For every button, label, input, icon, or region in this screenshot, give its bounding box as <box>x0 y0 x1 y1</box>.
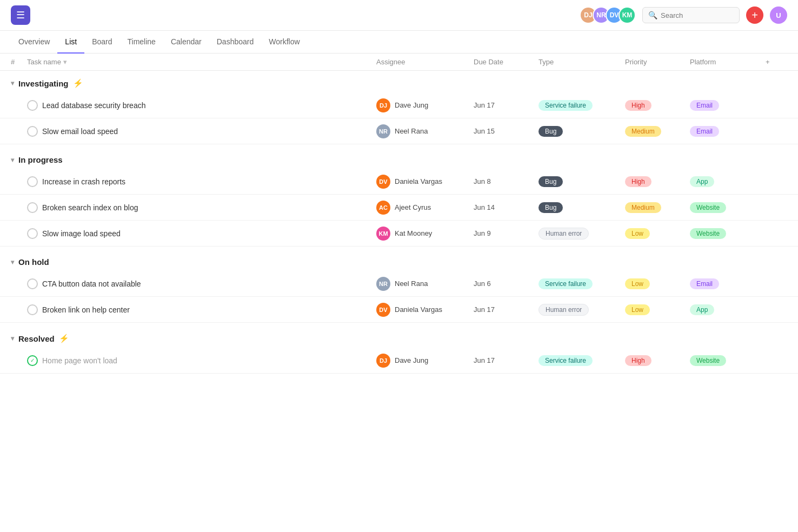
section-emoji: ⚡ <box>73 78 83 88</box>
table-row: Broken link on help center DV Daniela Va… <box>0 297 798 323</box>
task-name-cell: Increase in crash reports <box>27 176 376 187</box>
add-button[interactable]: + <box>746 6 763 24</box>
col-platform: Platform <box>690 58 766 66</box>
tab-timeline[interactable]: Timeline <box>120 31 163 54</box>
table-row: CTA button data not available NR Neel Ra… <box>0 271 798 297</box>
tab-workflow[interactable]: Workflow <box>261 31 307 54</box>
tab-dashboard[interactable]: Dashboard <box>209 31 262 54</box>
section-header-in-progress[interactable]: ▾ In progress <box>0 148 798 169</box>
assignee-name: Daniela Vargas <box>395 177 442 185</box>
app-icon: ☰ <box>11 5 30 25</box>
platform-badge: Email <box>690 100 719 111</box>
priority-badge: Low <box>625 228 650 239</box>
col-add[interactable]: + <box>766 58 787 66</box>
platform-badge: Email <box>690 126 719 137</box>
assignee-cell: NR Neel Rana <box>376 277 474 291</box>
priority-badge: Medium <box>625 126 661 137</box>
assignee-cell: DJ Dave Jung <box>376 354 474 368</box>
task-name-cell: Slow image load speed <box>27 228 376 239</box>
tab-overview[interactable]: Overview <box>11 31 57 54</box>
tab-calendar[interactable]: Calendar <box>163 31 209 54</box>
task-check[interactable] <box>27 202 38 213</box>
section-header-resolved[interactable]: ▾ Resolved ⚡ <box>0 326 798 348</box>
assignee-cell: AC Ajeet Cyrus <box>376 201 474 215</box>
task-name-text: Slow image load speed <box>42 229 121 238</box>
priority-cell: Medium <box>625 202 690 213</box>
platform-cell: Website <box>690 355 766 366</box>
platform-badge: Website <box>690 202 726 213</box>
table-row: Increase in crash reports DV Daniela Var… <box>0 169 798 195</box>
assignee-avatar: DJ <box>376 98 390 112</box>
assignee-avatar: NR <box>376 124 390 138</box>
priority-cell: Low <box>625 228 690 239</box>
team-avatars: DJ NR DV KM <box>580 6 636 24</box>
type-cell: Human error <box>538 228 625 240</box>
header-right: DJ NR DV KM 🔍 + U <box>580 6 787 24</box>
section-emoji: ⚡ <box>59 334 69 343</box>
type-badge: Service failure <box>538 100 593 111</box>
section-title: Investigating <box>18 79 69 88</box>
task-name-cell: Lead database security breach <box>27 100 376 111</box>
section-header-on-hold[interactable]: ▾ On hold <box>0 250 798 271</box>
priority-cell: High <box>625 355 690 366</box>
type-cell: Bug <box>538 126 625 137</box>
search-input[interactable] <box>661 11 726 19</box>
platform-cell: Email <box>690 278 766 289</box>
search-bar[interactable]: 🔍 <box>642 7 740 23</box>
task-name-cell: CTA button data not available <box>27 278 376 289</box>
assignee-cell: DJ Dave Jung <box>376 98 474 112</box>
task-check[interactable] <box>27 304 38 315</box>
due-date: Jun 9 <box>474 229 538 237</box>
col-duedate: Due Date <box>474 58 538 66</box>
task-check[interactable]: ✓ <box>27 355 38 366</box>
task-name-text: Slow email load speed <box>42 127 118 136</box>
type-badge: Bug <box>538 176 563 187</box>
priority-cell: Low <box>625 278 690 289</box>
assignee-cell: NR Neel Rana <box>376 124 474 138</box>
task-check[interactable] <box>27 126 38 137</box>
due-date: Jun 17 <box>474 101 538 109</box>
task-name-cell: Broken search index on blog <box>27 202 376 213</box>
priority-badge: High <box>625 355 651 366</box>
assignee-cell: KM Kat Mooney <box>376 227 474 241</box>
section-title: On hold <box>18 257 49 267</box>
assignee-avatar: NR <box>376 277 390 291</box>
task-table: ▾ Investigating ⚡ Lead database security… <box>0 71 798 377</box>
priority-cell: High <box>625 176 690 187</box>
tab-board[interactable]: Board <box>84 31 119 54</box>
task-name-cell: Slow email load speed <box>27 126 376 137</box>
assignee-cell: DV Daniela Vargas <box>376 303 474 317</box>
menu-icon: ☰ <box>16 9 25 21</box>
section-header-investigating[interactable]: ▾ Investigating ⚡ <box>0 71 798 92</box>
nav-tabs: Overview List Board Timeline Calendar Da… <box>0 31 798 54</box>
type-cell: Service failure <box>538 278 625 289</box>
tab-list[interactable]: List <box>57 31 84 54</box>
task-check[interactable] <box>27 176 38 187</box>
type-badge: Service failure <box>538 355 593 366</box>
task-name-text: Lead database security breach <box>42 101 145 110</box>
type-cell: Bug <box>538 202 625 213</box>
priority-cell: Medium <box>625 126 690 137</box>
col-num: # <box>11 58 27 66</box>
task-check[interactable] <box>27 228 38 239</box>
due-date: Jun 17 <box>474 305 538 314</box>
priority-badge: High <box>625 100 651 111</box>
type-cell: Human error <box>538 304 625 316</box>
task-check[interactable] <box>27 100 38 111</box>
col-taskname: Task name ▾ <box>27 58 376 66</box>
platform-cell: Website <box>690 202 766 213</box>
task-name-text: Broken link on help center <box>42 305 130 314</box>
priority-badge: Medium <box>625 202 661 213</box>
priority-badge: High <box>625 176 651 187</box>
task-check[interactable] <box>27 278 38 289</box>
task-name-text: CTA button data not available <box>42 280 141 288</box>
table-row: Broken search index on blog AC Ajeet Cyr… <box>0 195 798 221</box>
priority-cell: Low <box>625 304 690 315</box>
priority-cell: High <box>625 100 690 111</box>
priority-badge: Low <box>625 304 650 315</box>
type-badge: Human error <box>538 228 589 240</box>
platform-cell: App <box>690 304 766 315</box>
type-badge: Bug <box>538 126 563 137</box>
platform-cell: Website <box>690 228 766 239</box>
assignee-name: Kat Mooney <box>395 229 432 237</box>
